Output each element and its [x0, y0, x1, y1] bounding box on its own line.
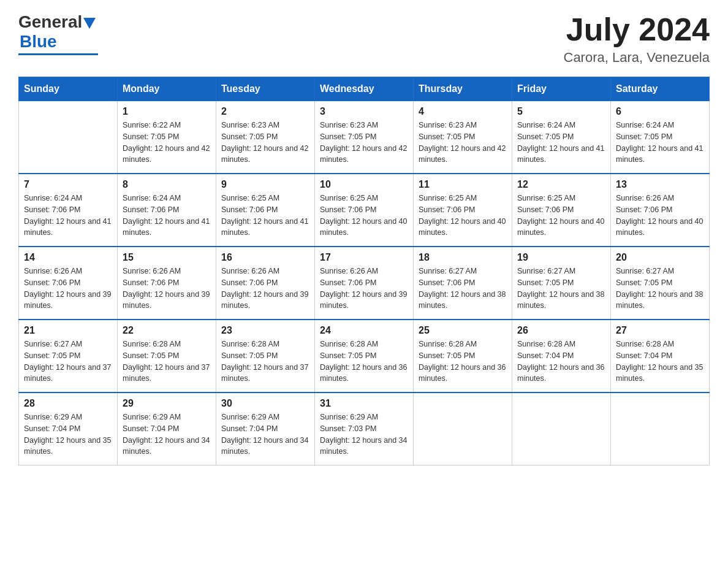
calendar-day-cell: 11Sunrise: 6:25 AM Sunset: 7:06 PM Dayli…: [414, 174, 512, 247]
day-info: Sunrise: 6:29 AM Sunset: 7:03 PM Dayligh…: [320, 412, 408, 458]
calendar-day-cell: 17Sunrise: 6:26 AM Sunset: 7:06 PM Dayli…: [315, 247, 414, 320]
day-number: 14: [24, 252, 112, 263]
day-number: 26: [517, 325, 605, 336]
day-number: 30: [221, 398, 309, 409]
calendar-week-row: 28Sunrise: 6:29 AM Sunset: 7:04 PM Dayli…: [19, 393, 710, 465]
calendar-day-cell: 13Sunrise: 6:26 AM Sunset: 7:06 PM Dayli…: [611, 174, 710, 247]
calendar-day-cell: 9Sunrise: 6:25 AM Sunset: 7:06 PM Daylig…: [216, 174, 315, 247]
calendar-day-cell: 19Sunrise: 6:27 AM Sunset: 7:05 PM Dayli…: [512, 247, 611, 320]
day-info: Sunrise: 6:26 AM Sunset: 7:06 PM Dayligh…: [221, 266, 309, 312]
day-number: 24: [320, 325, 408, 336]
calendar-day-cell: 7Sunrise: 6:24 AM Sunset: 7:06 PM Daylig…: [19, 174, 118, 247]
location-title: Carora, Lara, Venezuela: [564, 50, 710, 66]
calendar-day-cell: 25Sunrise: 6:28 AM Sunset: 7:05 PM Dayli…: [414, 320, 512, 393]
calendar-day-cell: 23Sunrise: 6:28 AM Sunset: 7:05 PM Dayli…: [216, 320, 315, 393]
calendar-day-cell: 1Sunrise: 6:22 AM Sunset: 7:05 PM Daylig…: [118, 101, 216, 174]
calendar-day-cell: 22Sunrise: 6:28 AM Sunset: 7:05 PM Dayli…: [118, 320, 216, 393]
day-number: 8: [123, 179, 211, 190]
day-info: Sunrise: 6:23 AM Sunset: 7:05 PM Dayligh…: [320, 120, 408, 166]
calendar-weekday-header: Monday: [118, 77, 216, 101]
day-info: Sunrise: 6:28 AM Sunset: 7:04 PM Dayligh…: [517, 339, 605, 385]
calendar-day-cell: 28Sunrise: 6:29 AM Sunset: 7:04 PM Dayli…: [19, 393, 118, 465]
day-info: Sunrise: 6:24 AM Sunset: 7:05 PM Dayligh…: [616, 120, 704, 166]
calendar-day-cell: [611, 393, 710, 465]
calendar-day-cell: 31Sunrise: 6:29 AM Sunset: 7:03 PM Dayli…: [315, 393, 414, 465]
calendar-week-row: 21Sunrise: 6:27 AM Sunset: 7:05 PM Dayli…: [19, 320, 710, 393]
calendar-weekday-header: Wednesday: [315, 77, 414, 101]
logo: General Blue: [18, 12, 98, 55]
day-info: Sunrise: 6:29 AM Sunset: 7:04 PM Dayligh…: [221, 412, 309, 458]
calendar-week-row: 7Sunrise: 6:24 AM Sunset: 7:06 PM Daylig…: [19, 174, 710, 247]
calendar-day-cell: 8Sunrise: 6:24 AM Sunset: 7:06 PM Daylig…: [118, 174, 216, 247]
calendar-day-cell: 5Sunrise: 6:24 AM Sunset: 7:05 PM Daylig…: [512, 101, 611, 174]
day-info: Sunrise: 6:26 AM Sunset: 7:06 PM Dayligh…: [24, 266, 112, 312]
calendar-week-row: 1Sunrise: 6:22 AM Sunset: 7:05 PM Daylig…: [19, 101, 710, 174]
day-info: Sunrise: 6:28 AM Sunset: 7:05 PM Dayligh…: [320, 339, 408, 385]
calendar-day-cell: 16Sunrise: 6:26 AM Sunset: 7:06 PM Dayli…: [216, 247, 315, 320]
calendar-day-cell: [414, 393, 512, 465]
day-info: Sunrise: 6:25 AM Sunset: 7:06 PM Dayligh…: [221, 193, 309, 239]
day-info: Sunrise: 6:22 AM Sunset: 7:05 PM Dayligh…: [123, 120, 211, 166]
calendar-day-cell: 2Sunrise: 6:23 AM Sunset: 7:05 PM Daylig…: [216, 101, 315, 174]
day-number: 2: [221, 106, 309, 117]
day-info: Sunrise: 6:25 AM Sunset: 7:06 PM Dayligh…: [320, 193, 408, 239]
calendar-day-cell: 12Sunrise: 6:25 AM Sunset: 7:06 PM Dayli…: [512, 174, 611, 247]
calendar-day-cell: 29Sunrise: 6:29 AM Sunset: 7:04 PM Dayli…: [118, 393, 216, 465]
calendar-day-cell: 21Sunrise: 6:27 AM Sunset: 7:05 PM Dayli…: [19, 320, 118, 393]
day-number: 7: [24, 179, 112, 190]
day-number: 6: [616, 106, 704, 117]
day-number: 15: [123, 252, 211, 263]
day-info: Sunrise: 6:24 AM Sunset: 7:06 PM Dayligh…: [123, 193, 211, 239]
calendar-day-cell: 24Sunrise: 6:28 AM Sunset: 7:05 PM Dayli…: [315, 320, 414, 393]
calendar-header-row: SundayMondayTuesdayWednesdayThursdayFrid…: [19, 77, 710, 101]
day-info: Sunrise: 6:26 AM Sunset: 7:06 PM Dayligh…: [320, 266, 408, 312]
day-number: 21: [24, 325, 112, 336]
calendar-day-cell: 20Sunrise: 6:27 AM Sunset: 7:05 PM Dayli…: [611, 247, 710, 320]
day-info: Sunrise: 6:28 AM Sunset: 7:05 PM Dayligh…: [419, 339, 507, 385]
day-info: Sunrise: 6:27 AM Sunset: 7:05 PM Dayligh…: [517, 266, 605, 312]
page-header: General Blue July 2024 Carora, Lara, Ven…: [18, 12, 710, 66]
calendar-day-cell: 4Sunrise: 6:23 AM Sunset: 7:05 PM Daylig…: [414, 101, 512, 174]
day-number: 12: [517, 179, 605, 190]
calendar-day-cell: 10Sunrise: 6:25 AM Sunset: 7:06 PM Dayli…: [315, 174, 414, 247]
day-number: 20: [616, 252, 704, 263]
logo-underline: [18, 53, 98, 55]
day-info: Sunrise: 6:27 AM Sunset: 7:05 PM Dayligh…: [616, 266, 704, 312]
day-number: 10: [320, 179, 408, 190]
calendar-weekday-header: Thursday: [414, 77, 512, 101]
day-number: 16: [221, 252, 309, 263]
logo-triangle-icon: [83, 18, 96, 29]
calendar-day-cell: 15Sunrise: 6:26 AM Sunset: 7:06 PM Dayli…: [118, 247, 216, 320]
logo-general-text: General: [18, 12, 82, 32]
day-number: 4: [419, 106, 507, 117]
day-info: Sunrise: 6:27 AM Sunset: 7:06 PM Dayligh…: [419, 266, 507, 312]
day-info: Sunrise: 6:28 AM Sunset: 7:04 PM Dayligh…: [616, 339, 704, 385]
calendar-day-cell: 14Sunrise: 6:26 AM Sunset: 7:06 PM Dayli…: [19, 247, 118, 320]
day-info: Sunrise: 6:26 AM Sunset: 7:06 PM Dayligh…: [123, 266, 211, 312]
calendar-weekday-header: Sunday: [19, 77, 118, 101]
calendar-weekday-header: Tuesday: [216, 77, 315, 101]
day-number: 11: [419, 179, 507, 190]
calendar-table: SundayMondayTuesdayWednesdayThursdayFrid…: [18, 77, 710, 465]
day-info: Sunrise: 6:24 AM Sunset: 7:05 PM Dayligh…: [517, 120, 605, 166]
day-number: 18: [419, 252, 507, 263]
day-number: 3: [320, 106, 408, 117]
calendar-day-cell: [512, 393, 611, 465]
day-info: Sunrise: 6:28 AM Sunset: 7:05 PM Dayligh…: [221, 339, 309, 385]
day-info: Sunrise: 6:23 AM Sunset: 7:05 PM Dayligh…: [221, 120, 309, 166]
day-info: Sunrise: 6:24 AM Sunset: 7:06 PM Dayligh…: [24, 193, 112, 239]
day-number: 27: [616, 325, 704, 336]
title-block: July 2024 Carora, Lara, Venezuela: [564, 12, 710, 66]
calendar-day-cell: 6Sunrise: 6:24 AM Sunset: 7:05 PM Daylig…: [611, 101, 710, 174]
calendar-day-cell: 30Sunrise: 6:29 AM Sunset: 7:04 PM Dayli…: [216, 393, 315, 465]
day-number: 22: [123, 325, 211, 336]
day-number: 29: [123, 398, 211, 409]
calendar-day-cell: 27Sunrise: 6:28 AM Sunset: 7:04 PM Dayli…: [611, 320, 710, 393]
calendar-day-cell: 3Sunrise: 6:23 AM Sunset: 7:05 PM Daylig…: [315, 101, 414, 174]
day-number: 1: [123, 106, 211, 117]
day-number: 5: [517, 106, 605, 117]
calendar-week-row: 14Sunrise: 6:26 AM Sunset: 7:06 PM Dayli…: [19, 247, 710, 320]
calendar-day-cell: 18Sunrise: 6:27 AM Sunset: 7:06 PM Dayli…: [414, 247, 512, 320]
day-info: Sunrise: 6:26 AM Sunset: 7:06 PM Dayligh…: [616, 193, 704, 239]
day-number: 23: [221, 325, 309, 336]
